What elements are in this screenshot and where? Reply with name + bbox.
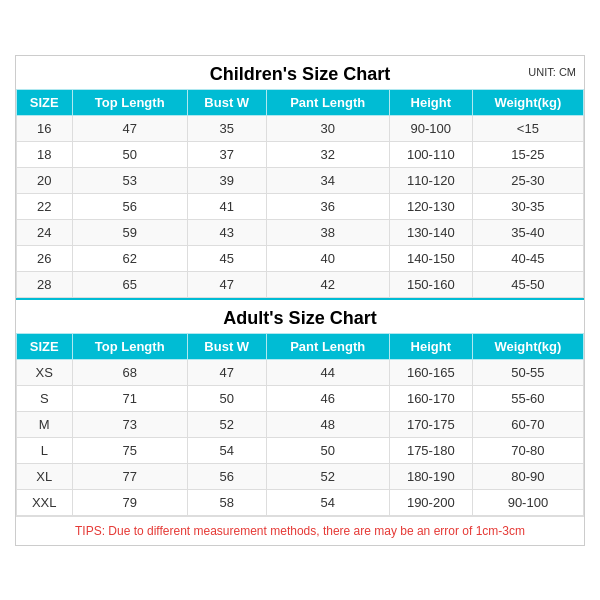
adults-table-body: XS684744160-16550-55S715046160-17055-60M…	[17, 359, 584, 515]
table-row: S715046160-17055-60	[17, 385, 584, 411]
adults-col-top-length: Top Length	[72, 333, 187, 359]
adults-col-weight: Weight(kg)	[472, 333, 583, 359]
table-row: XS684744160-16550-55	[17, 359, 584, 385]
table-row: 26624540140-15040-45	[17, 245, 584, 271]
children-col-size: SIZE	[17, 89, 73, 115]
children-col-top-length: Top Length	[72, 89, 187, 115]
table-row: 1647353090-100<15	[17, 115, 584, 141]
adults-col-pant-length: Pant Length	[266, 333, 389, 359]
children-table-body: 1647353090-100<1518503732100-11015-25205…	[17, 115, 584, 297]
table-row: XL775652180-19080-90	[17, 463, 584, 489]
table-row: 20533934110-12025-30	[17, 167, 584, 193]
children-col-weight: Weight(kg)	[472, 89, 583, 115]
adults-col-bust-w: Bust W	[187, 333, 266, 359]
children-col-bust-w: Bust W	[187, 89, 266, 115]
children-header-row: SIZE Top Length Bust W Pant Length Heigh…	[17, 89, 584, 115]
table-row: L755450175-18070-80	[17, 437, 584, 463]
table-row: 28654742150-16045-50	[17, 271, 584, 297]
children-table: SIZE Top Length Bust W Pant Length Heigh…	[16, 89, 584, 298]
children-title-text: Children's Size Chart	[210, 64, 390, 84]
children-col-height: Height	[389, 89, 472, 115]
tips-text: TIPS: Due to different measurement metho…	[16, 516, 584, 545]
table-row: 24594338130-14035-40	[17, 219, 584, 245]
adults-section-title: Adult's Size Chart	[16, 298, 584, 333]
table-row: M735248170-17560-70	[17, 411, 584, 437]
adults-col-size: SIZE	[17, 333, 73, 359]
size-chart-container: Children's Size Chart UNIT: CM SIZE Top …	[15, 55, 585, 546]
adults-col-height: Height	[389, 333, 472, 359]
children-section-title: Children's Size Chart UNIT: CM	[16, 56, 584, 89]
table-row: 22564136120-13030-35	[17, 193, 584, 219]
table-row: XXL795854190-20090-100	[17, 489, 584, 515]
table-row: 18503732100-11015-25	[17, 141, 584, 167]
children-col-pant-length: Pant Length	[266, 89, 389, 115]
adults-title-text: Adult's Size Chart	[223, 308, 376, 328]
adults-header-row: SIZE Top Length Bust W Pant Length Heigh…	[17, 333, 584, 359]
adults-table: SIZE Top Length Bust W Pant Length Heigh…	[16, 333, 584, 516]
unit-label: UNIT: CM	[528, 66, 576, 78]
